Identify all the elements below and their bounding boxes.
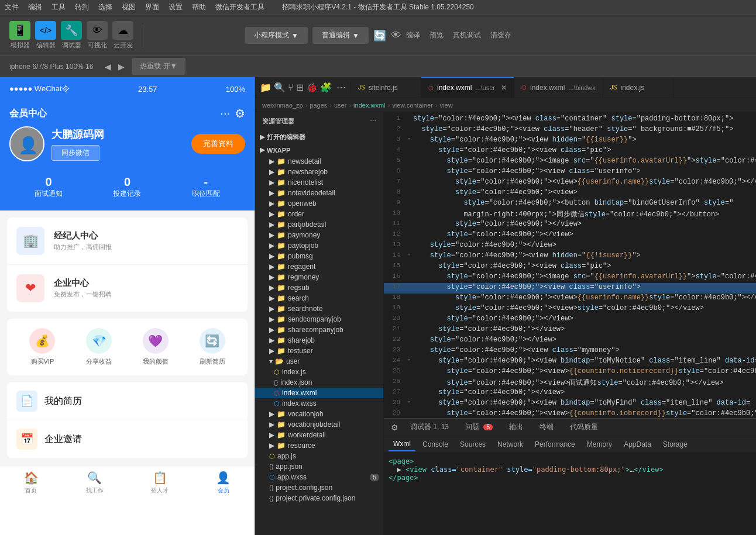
file-index-js[interactable]: ⬡ index.js <box>255 367 383 377</box>
bottom-tab-output[interactable]: 输出 <box>502 420 530 434</box>
tab-index-wxml-user[interactable]: ⬡ index.wxml ...\user ✕ <box>421 77 514 98</box>
bc-pages[interactable]: pages <box>310 102 327 109</box>
simulator-button[interactable]: 📱 模拟器 <box>9 21 30 50</box>
file-index-wxml[interactable]: ⬡ index.wxml <box>255 388 383 398</box>
folder-sharejob[interactable]: ▶ 📁 sharejob <box>255 335 383 346</box>
open-editors-section[interactable]: ▶ 打开的编辑器 <box>255 130 383 144</box>
folder-regsub[interactable]: ▶ 📁 regsub <box>255 282 383 293</box>
file-index-wxss[interactable]: ⬡ index.wxss <box>255 398 383 409</box>
header-dots-icon[interactable]: ··· <box>220 106 230 120</box>
menu-item-help[interactable]: 帮助 <box>192 2 206 12</box>
menu-item-refresh[interactable]: 🔄 刷新简历 <box>186 328 238 366</box>
preview-btn-label[interactable]: 预览 <box>429 30 444 40</box>
storage-tab[interactable]: Storage <box>658 438 692 451</box>
file-project-private-config[interactable]: {} project.private.config.json <box>255 493 383 503</box>
real-debug-btn-label[interactable]: 真机调试 <box>453 30 481 40</box>
memory-tab[interactable]: Memory <box>582 438 617 451</box>
bottom-tab-code-quality[interactable]: 代码质量 <box>563 420 605 434</box>
file-app-wxss[interactable]: ⬡ app.wxss 5 <box>255 472 383 482</box>
file-project-config[interactable]: {} project.config.json <box>255 482 383 493</box>
layout-icon[interactable]: ⊞ <box>296 82 304 93</box>
nav-home[interactable]: 🏠 首页 <box>24 471 39 495</box>
folder-pubmsg[interactable]: ▶ 📁 pubmsg <box>255 251 383 261</box>
menu-item-vip[interactable]: 💰 购买VIP <box>16 328 68 366</box>
menu-item-goto[interactable]: 转到 <box>75 2 89 12</box>
folder-workerdetail[interactable]: ▶ 📁 workerdetail <box>255 430 383 440</box>
folder-partjobdetail[interactable]: ▶ 📁 partjobdetail <box>255 219 383 230</box>
cloud-button[interactable]: ☁ 云开发 <box>112 21 133 50</box>
compile-mode-selector[interactable]: 普通编辑 ▼ <box>312 27 369 44</box>
folder-regmoney[interactable]: ▶ 📁 regmoney <box>255 272 383 282</box>
debug-tab-icon[interactable]: 🐞 <box>306 82 318 93</box>
folder-resource[interactable]: ▶ 📁 resource <box>255 440 383 451</box>
bc-root[interactable]: weixinmao_zp <box>262 102 303 109</box>
extension-icon[interactable]: 🧩 <box>320 82 332 93</box>
folder-searchnote[interactable]: ▶ 📁 searchnote <box>255 303 383 314</box>
folder-sharecompanyjob[interactable]: ▶ 📁 sharecompanyjob <box>255 325 383 335</box>
folder-newsdetail[interactable]: ▶ 📁 newsdetail <box>255 156 383 167</box>
git-icon[interactable]: ⑂ <box>288 82 294 93</box>
nav-forward-icon[interactable]: ▶ <box>116 61 127 73</box>
folder-user[interactable]: ▾ 📂 user <box>255 356 383 367</box>
folder-openweb[interactable]: ▶ 📁 openweb <box>255 198 383 209</box>
network-tab[interactable]: Network <box>493 438 528 451</box>
folder-order[interactable]: ▶ 📁 order <box>255 209 383 219</box>
folder-vocationjob[interactable]: ▶ 📁 vocationjob <box>255 409 383 419</box>
compile-btn-label[interactable]: 编译 <box>406 30 420 40</box>
bc-file[interactable]: index.wxml <box>353 102 385 109</box>
phone-card-agent[interactable]: 🏢 经纪人中心 助力推广，高佣回报 <box>7 218 248 265</box>
list-item-resume[interactable]: 📄 我的简历 <box>7 382 248 420</box>
tab-index-js[interactable]: JS index.js <box>603 77 673 98</box>
menu-item-edit[interactable]: 编辑 <box>28 2 42 12</box>
mode-selector[interactable]: 小程序模式 ▼ <box>245 27 308 44</box>
folder-nicenotelist[interactable]: ▶ 📁 nicenotelist <box>255 177 383 188</box>
tab-index-wxml-bindwx[interactable]: ⬡ index.wxml ...\bindwx <box>514 77 603 98</box>
bottom-tab-terminal[interactable]: 终端 <box>532 420 561 434</box>
tab-siteinfo-js[interactable]: JS siteinfo.js <box>351 77 421 98</box>
hot-reload-button[interactable]: 热重载 开▼ <box>132 58 185 75</box>
console-tab[interactable]: Console <box>418 438 453 451</box>
phone-card-enterprise[interactable]: ❤ 企业中心 免费发布，一键招聘 <box>7 265 248 312</box>
panel-settings-icon[interactable]: ⚙ <box>389 420 401 434</box>
bc-view[interactable]: view <box>440 102 453 109</box>
compile-button[interactable]: 🔄 <box>373 29 386 42</box>
folder-notevideodetail[interactable]: ▶ 📁 notevideodetail <box>255 188 383 198</box>
folder-regagent[interactable]: ▶ 📁 regagent <box>255 261 383 272</box>
folder-vocationjobdetail[interactable]: ▶ 📁 vocationjobdetail <box>255 419 383 430</box>
folder-paytopjob[interactable]: ▶ 📁 paytopjob <box>255 240 383 251</box>
menu-item-beauty[interactable]: 💜 我的颜值 <box>130 328 182 366</box>
clear-cache-btn-label[interactable]: 清缓存 <box>490 30 511 40</box>
phone-stat-apply[interactable]: 0 投递记录 <box>113 175 141 199</box>
sync-wechat-button[interactable]: 同步微信 <box>51 145 99 161</box>
bottom-tab-issues[interactable]: 问题 5 <box>458 420 500 434</box>
folder-search[interactable]: ▶ 📁 search <box>255 293 383 303</box>
search-icon[interactable]: 🔍 <box>274 82 286 93</box>
nav-back-icon[interactable]: ◀ <box>102 61 114 73</box>
folder-newsharejob[interactable]: ▶ 📁 newsharejob <box>255 167 383 177</box>
menu-item-tools[interactable]: 工具 <box>51 2 66 12</box>
bc-view-container[interactable]: view.container <box>392 102 433 109</box>
folder-testuser[interactable]: ▶ 📁 testuser <box>255 346 383 356</box>
file-index-json[interactable]: {} index.json <box>255 377 383 388</box>
phone-stat-match[interactable]: - 职位匹配 <box>192 175 220 199</box>
ellipsis-icon[interactable]: ⋯ <box>336 82 346 93</box>
menu-item-view[interactable]: 视图 <box>122 2 136 12</box>
menu-item-share[interactable]: 💎 分享收益 <box>73 328 125 366</box>
tab-close-icon-1[interactable]: ✕ <box>501 84 507 92</box>
nav-recruit[interactable]: 📋 招人才 <box>151 471 169 495</box>
explorer-menu-icon[interactable]: ⋯ <box>370 118 376 125</box>
editor-button[interactable]: </> 编辑器 <box>35 21 56 50</box>
phone-stat-interview[interactable]: 0 面试通知 <box>35 175 63 199</box>
performance-tab[interactable]: Performance <box>530 438 580 451</box>
list-item-invite[interactable]: 📅 企业邀请 <box>7 420 248 458</box>
menu-item-select[interactable]: 选择 <box>98 2 112 12</box>
file-app-json[interactable]: {} app.json <box>255 461 383 472</box>
folder-paymoney[interactable]: ▶ 📁 paymoney <box>255 230 383 240</box>
bottom-line-2[interactable]: ▶ <view class="container" style="padding… <box>389 465 751 474</box>
nav-find-job[interactable]: 🔍 找工作 <box>86 471 104 495</box>
menu-item-settings[interactable]: 设置 <box>169 2 183 12</box>
preview-button[interactable]: 👁 <box>391 29 401 42</box>
tree-icon[interactable]: 📁 <box>260 82 272 93</box>
file-app-js[interactable]: ⬡ app.js <box>255 451 383 461</box>
appdata-tab[interactable]: AppData <box>619 438 656 451</box>
